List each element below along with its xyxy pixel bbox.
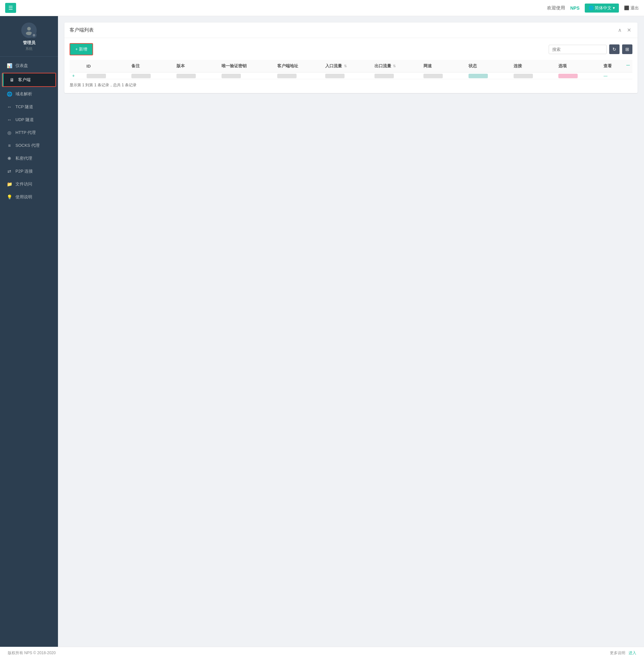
sidebar-item-p2p[interactable]: ⇄ P2P 连接 — [0, 165, 58, 178]
col-version: 版本 — [174, 60, 219, 72]
close-button[interactable]: ✕ — [626, 26, 632, 34]
key-cell — [219, 72, 275, 79]
address-value — [277, 74, 297, 78]
sidebar-label-clients: 客户端 — [18, 77, 30, 83]
sidebar-item-file[interactable]: 📁 文件访问 — [0, 178, 58, 191]
version-cell — [174, 72, 219, 79]
options-value — [558, 74, 578, 78]
status-value — [468, 74, 488, 78]
col-connection: 连接 — [511, 60, 556, 72]
speed-cell — [421, 72, 466, 79]
view-link[interactable]: — — [603, 74, 607, 78]
logout-icon: ⬛ — [624, 5, 629, 10]
remark-value — [131, 74, 151, 78]
card-title: 客户端列表 — [70, 27, 94, 33]
version-value — [177, 74, 196, 78]
sidebar-label-docs: 使用说明 — [16, 194, 32, 200]
enter-link[interactable]: 进入 — [628, 651, 636, 655]
table-pagination: 显示第 1 到第 1 条记录，总共 1 条记录 — [70, 79, 632, 88]
logout-button[interactable]: ⬛ 退出 — [624, 5, 639, 11]
sidebar-nav: 📊 仪表盘 🖥 客户端 🌐 域名解析 ↔ TCP 隧道 — [0, 57, 58, 647]
http-icon: ◎ — [6, 130, 12, 135]
more-docs-text: 更多说明 — [610, 651, 625, 655]
search-input[interactable] — [549, 45, 607, 54]
gear-badge: ⚙ — [31, 32, 37, 38]
clients-card: 客户端列表 ∧ ✕ + 新增 ↻ ⊞ — [64, 23, 638, 93]
outflow-value — [374, 74, 394, 78]
nps-brand: NPS — [570, 5, 580, 10]
welcome-text: 欢迎使用 — [547, 5, 565, 11]
col-status: 状态 — [466, 60, 511, 72]
socks-icon: ≡ — [6, 143, 12, 148]
inflow-sort-icon: ⇅ — [344, 64, 347, 68]
collapse-top-icon[interactable]: — — [626, 63, 630, 67]
collapse-button[interactable]: ∧ — [617, 26, 623, 34]
toolbar-left: + 新增 — [70, 43, 93, 55]
tcp-icon: ↔ — [6, 104, 12, 110]
id-cell — [84, 72, 129, 79]
sidebar-item-socks[interactable]: ≡ SOCKS 代理 — [0, 139, 58, 152]
sidebar-item-http[interactable]: ◎ HTTP 代理 — [0, 126, 58, 139]
connection-value — [513, 74, 533, 78]
user-role: 系统 — [25, 46, 32, 51]
logout-label: 退出 — [630, 5, 639, 11]
sidebar-label-tcp: TCP 隧道 — [16, 104, 33, 110]
card-header: 客户端列表 ∧ ✕ — [64, 23, 638, 38]
p2p-icon: ⇄ — [6, 169, 12, 174]
col-remark: 备注 — [129, 60, 174, 72]
card-header-actions: ∧ ✕ — [617, 26, 632, 34]
view-cell: — — [601, 72, 632, 79]
expand-row-icon[interactable]: + — [72, 73, 75, 78]
expand-cell[interactable]: + — [70, 72, 84, 79]
table-header-row: ID 备注 版本 唯一验证密钥 — [70, 60, 632, 72]
toolbar: + 新增 ↻ ⊞ — [70, 43, 632, 55]
col-inflow: 入口流量 ⇅ — [323, 60, 372, 72]
table-row-expand: + — [70, 72, 632, 79]
footer-right: 更多说明 进入 — [610, 650, 636, 656]
svg-point-0 — [27, 27, 30, 30]
sidebar-label-http: HTTP 代理 — [16, 130, 36, 136]
sidebar-label-dashboard: 仪表盘 — [16, 63, 28, 69]
language-button[interactable]: 🌐 简体中文 ▾ — [585, 3, 619, 13]
sidebar-item-udp[interactable]: ↔ UDP 隧道 — [0, 113, 58, 126]
sidebar-item-docs[interactable]: 💡 使用说明 — [0, 191, 58, 204]
col-address: 客户端地址 — [275, 60, 323, 72]
sidebar: ⚙ 管理员 系统 📊 仪表盘 🖥 客户端 🌐 域名解析 — [0, 16, 58, 647]
add-client-button[interactable]: + 新增 — [70, 43, 93, 55]
sidebar-item-clients[interactable]: 🖥 客户端 — [3, 73, 55, 86]
sidebar-item-dashboard[interactable]: 📊 仪表盘 — [0, 59, 58, 72]
options-cell — [556, 72, 601, 79]
col-speed: 网速 — [421, 60, 466, 72]
speed-value — [423, 74, 443, 78]
col-view: 查看 — — [601, 60, 632, 72]
remark-cell — [129, 72, 174, 79]
sidebar-item-dns[interactable]: 🌐 域名解析 — [0, 88, 58, 100]
dashboard-icon: 📊 — [6, 63, 12, 68]
pagination-text: 显示第 1 到第 1 条记录，总共 1 条记录 — [70, 83, 137, 87]
menu-toggle-button[interactable]: ☰ — [5, 3, 16, 13]
header-left: ☰ — [5, 3, 16, 13]
layout-toggle-button[interactable]: ⊞ — [622, 44, 632, 54]
col-key: 唯一验证密钥 — [219, 60, 275, 72]
sidebar-label-socks: SOCKS 代理 — [16, 143, 40, 148]
card-body: + 新增 ↻ ⊞ ID — [64, 38, 638, 93]
sidebar-label-private: 私密代理 — [16, 156, 32, 161]
refresh-button[interactable]: ↻ — [609, 44, 620, 54]
sidebar-user: ⚙ 管理员 系统 — [0, 16, 58, 57]
layout: ⚙ 管理员 系统 📊 仪表盘 🖥 客户端 🌐 域名解析 — [0, 16, 644, 647]
top-header: ☰ 欢迎使用 NPS 🌐 简体中文 ▾ ⬛ 退出 — [0, 0, 644, 16]
sidebar-item-tcp[interactable]: ↔ TCP 隧道 — [0, 100, 58, 113]
avatar: ⚙ — [21, 23, 37, 38]
page-footer: 版权所有 NPS © 2018-2020 更多说明 进入 — [0, 647, 644, 659]
sidebar-item-private[interactable]: ❋ 私密代理 — [0, 152, 58, 165]
clients-table: ID 备注 版本 唯一验证密钥 — [70, 60, 632, 79]
col-outflow: 出口流量 ⇅ — [372, 60, 421, 72]
status-cell — [466, 72, 511, 79]
sidebar-label-dns: 域名解析 — [16, 91, 32, 97]
docs-icon: 💡 — [6, 194, 12, 199]
col-id: ID — [84, 60, 129, 72]
user-name: 管理员 — [23, 40, 36, 46]
key-value — [222, 74, 241, 78]
copyright: 版权所有 NPS © 2018-2020 — [8, 650, 56, 656]
table-wrap: ID 备注 版本 唯一验证密钥 — [70, 60, 632, 79]
